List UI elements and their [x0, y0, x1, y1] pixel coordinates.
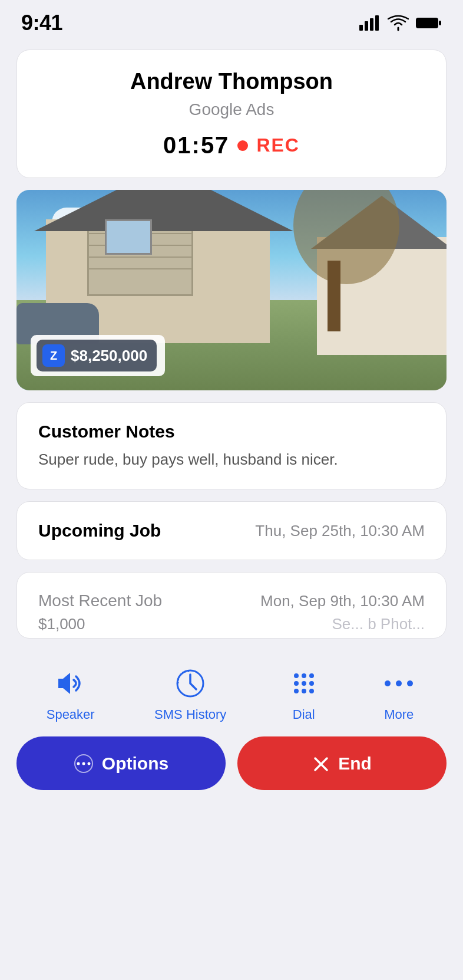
- dial-icon-container: [286, 666, 322, 701]
- svg-point-19: [407, 680, 413, 686]
- svg-point-16: [309, 689, 314, 693]
- notes-title: Customer Notes: [38, 422, 425, 442]
- signal-icon: [359, 15, 381, 31]
- bottom-toolbar: Speaker SMS History: [0, 650, 463, 727]
- status-icons: [359, 15, 442, 31]
- svg-point-8: [294, 673, 299, 678]
- recent-job-extra: Se... b Phot...: [332, 615, 425, 633]
- property-image: Z $8,250,000: [16, 190, 447, 390]
- speaker-icon-container: [53, 666, 88, 701]
- more-label: More: [384, 707, 414, 722]
- rec-label: REC: [256, 134, 300, 156]
- svg-point-22: [82, 762, 85, 765]
- dial-icon: [289, 669, 319, 698]
- svg-rect-0: [359, 25, 363, 31]
- upcoming-job-date: Thu, Sep 25th, 10:30 AM: [255, 522, 425, 540]
- more-icon-container: [381, 666, 416, 701]
- sms-history-button[interactable]: SMS History: [154, 666, 226, 722]
- rec-dot: [237, 140, 248, 151]
- svg-point-13: [309, 681, 314, 686]
- svg-point-23: [87, 762, 90, 765]
- svg-point-12: [302, 681, 306, 686]
- timer-value: 01:57: [163, 132, 229, 159]
- main-content: Andrew Thompson Google Ads 01:57 REC: [0, 44, 463, 650]
- sms-history-icon-container: [173, 666, 208, 701]
- svg-point-18: [396, 680, 402, 686]
- speaker-icon: [55, 669, 87, 698]
- caller-source: Google Ads: [38, 100, 425, 119]
- status-bar: 9:41: [0, 0, 463, 44]
- svg-point-15: [302, 689, 306, 693]
- action-buttons-row: Options End: [0, 727, 463, 811]
- upcoming-job-card: Upcoming Job Thu, Sep 25th, 10:30 AM: [16, 501, 447, 560]
- battery-icon: [416, 17, 442, 29]
- svg-point-14: [294, 689, 299, 693]
- svg-point-9: [302, 673, 306, 678]
- svg-point-11: [294, 681, 299, 686]
- svg-rect-1: [365, 21, 368, 31]
- end-button[interactable]: End: [237, 736, 447, 790]
- dial-label: Dial: [293, 707, 315, 722]
- toolbar-icons-row: Speaker SMS History: [16, 660, 447, 727]
- svg-point-10: [309, 673, 314, 678]
- recent-job-date: Mon, Sep 9th, 10:30 AM: [260, 592, 425, 610]
- caller-name: Andrew Thompson: [38, 69, 425, 94]
- wifi-icon: [388, 15, 409, 31]
- svg-rect-3: [375, 15, 379, 31]
- recent-job-price: $1,000: [38, 615, 85, 633]
- x-icon: [312, 755, 330, 773]
- options-button[interactable]: Options: [16, 736, 226, 790]
- price-badge: Z $8,250,000: [31, 335, 165, 376]
- svg-rect-5: [439, 21, 441, 25]
- zillow-icon: Z: [42, 344, 65, 367]
- recent-job-row: Most Recent Job Mon, Sep 9th, 10:30 AM: [38, 591, 425, 610]
- more-icon: [383, 678, 415, 689]
- end-label: End: [338, 754, 372, 774]
- svg-rect-2: [370, 18, 373, 31]
- property-price: $8,250,000: [71, 347, 147, 365]
- svg-marker-6: [58, 673, 70, 694]
- options-label: Options: [102, 754, 168, 774]
- dial-button[interactable]: Dial: [286, 666, 322, 722]
- customer-notes-card: Customer Notes Super rude, buy pays well…: [16, 402, 447, 489]
- end-icon: [312, 754, 330, 773]
- call-timer-row: 01:57 REC: [38, 132, 425, 159]
- notes-text: Super rude, buy pays well, husband is ni…: [38, 449, 425, 470]
- upcoming-job-label: Upcoming Job: [38, 521, 161, 541]
- svg-point-17: [385, 680, 391, 686]
- svg-point-21: [77, 762, 80, 765]
- options-dots-icon: [74, 754, 94, 774]
- sms-history-icon: [176, 669, 205, 698]
- options-icon: [74, 753, 94, 774]
- most-recent-job-card: Most Recent Job Mon, Sep 9th, 10:30 AM $…: [16, 572, 447, 639]
- recent-job-label: Most Recent Job: [38, 591, 162, 610]
- speaker-label: Speaker: [47, 707, 95, 722]
- caller-card: Andrew Thompson Google Ads 01:57 REC: [16, 50, 447, 178]
- sms-history-label: SMS History: [154, 707, 226, 722]
- recent-job-details-row: $1,000 Se... b Phot...: [38, 615, 425, 633]
- more-button[interactable]: More: [381, 666, 416, 722]
- status-time: 9:41: [21, 11, 62, 35]
- speaker-button[interactable]: Speaker: [47, 666, 95, 722]
- svg-rect-4: [416, 18, 438, 28]
